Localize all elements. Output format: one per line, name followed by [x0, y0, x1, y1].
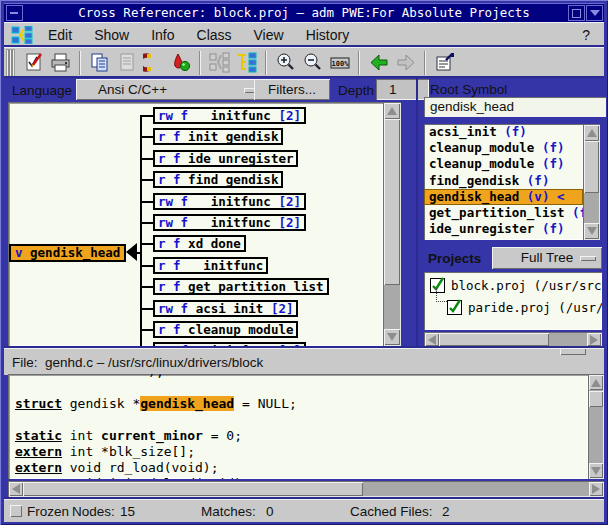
paint-drop-button[interactable]: [167, 50, 194, 76]
code-vscrollbar[interactable]: [588, 374, 604, 479]
zoom-out-button[interactable]: [299, 50, 326, 76]
graph-node[interactable]: r f xd_done: [153, 235, 246, 252]
shade-button[interactable]: [586, 5, 603, 21]
symbol-list-item[interactable]: get_partition_list (f): [424, 205, 583, 221]
projects-hscrollbar[interactable]: [424, 332, 602, 347]
project-checkbox[interactable]: [447, 300, 462, 315]
symbol-list-item[interactable]: ide_unregister (f): [424, 221, 583, 237]
projects-tree[interactable]: block.proj (/usr/src/linparide.proj (/us…: [424, 272, 602, 330]
scroll-up-button[interactable]: [589, 375, 603, 390]
frozen-toggle[interactable]: [10, 505, 22, 517]
graph-node[interactable]: r f ide_unregister: [153, 150, 298, 167]
graph-node[interactable]: r f cleanup_module: [153, 321, 298, 338]
symbol-list-item[interactable]: cleanup_module (f): [424, 140, 583, 156]
menu-item-edit[interactable]: Edit: [37, 27, 83, 43]
code-keyword: extern: [15, 476, 62, 479]
menu-item-view[interactable]: View: [243, 27, 295, 43]
symbol-kind: (f): [534, 221, 564, 236]
scroll-down-button[interactable]: [589, 463, 603, 478]
symbol-list-item[interactable]: cleanup_module (f): [424, 156, 583, 172]
symbol-name: cleanup_module: [429, 140, 534, 155]
scroll-up-button[interactable]: [384, 103, 400, 119]
print-button[interactable]: [47, 50, 74, 76]
scroll-left-button[interactable]: [425, 333, 439, 346]
graph-node[interactable]: rw f __initfunc [2]: [153, 193, 306, 210]
project-tree-row[interactable]: block.proj (/usr/src/lin: [430, 276, 602, 294]
scroll-right-button[interactable]: [587, 333, 601, 346]
graph-vscrollbar[interactable]: [383, 102, 401, 346]
node-symbol-name: ide_unregister: [188, 151, 293, 166]
code-text: void initrd_load(void);: [62, 476, 250, 479]
code-keyword: struct: [15, 396, 62, 411]
edit-check-button[interactable]: [20, 50, 47, 76]
menu-item-show[interactable]: Show: [83, 27, 140, 43]
menu-item-info[interactable]: Info: [140, 27, 185, 43]
scrollbar-thumb[interactable]: [589, 391, 603, 407]
root-symbol-label: Root Symbol: [430, 82, 507, 97]
language-dropdown[interactable]: Ansi C/C++: [76, 79, 270, 100]
symbol-name: find_gendisk: [429, 173, 519, 188]
scroll-down-button[interactable]: [584, 223, 599, 239]
graph-node[interactable]: r f find_gendisk: [153, 171, 283, 188]
zoom-100-button[interactable]: 100%: [326, 50, 353, 76]
magnet-button[interactable]: [140, 50, 167, 76]
toolbar-grip[interactable]: [6, 49, 15, 77]
projects-mode-value: Full Tree: [521, 250, 574, 265]
graph-node[interactable]: r f get_partition_list: [153, 278, 329, 295]
filters-button[interactable]: Filters...: [254, 79, 330, 100]
scroll-right-button[interactable]: [589, 482, 603, 496]
symbol-list-vscrollbar[interactable]: [583, 124, 600, 240]
project-tree-row[interactable]: paride.proj (/usr/src: [447, 298, 602, 316]
symbol-list-item[interactable]: gendisk_head (v) <: [424, 189, 583, 205]
scrollbar-thumb[interactable]: [23, 482, 363, 496]
document-disabled-icon: [116, 52, 138, 74]
node-access-prefix: r f: [158, 322, 188, 337]
scroll-down-button[interactable]: [384, 329, 400, 345]
root-graph-node[interactable]: v gendisk_head: [9, 244, 126, 262]
forward-disabled-button: [392, 50, 419, 76]
code-text: = 0;: [203, 428, 242, 443]
graph-node[interactable]: rw f __initfunc [2]: [153, 214, 306, 231]
title-bar[interactable]: Cross Referencer: block.proj – adm PWE:F…: [4, 3, 604, 23]
properties-button[interactable]: [431, 50, 458, 76]
projects-mode-dropdown[interactable]: Full Tree: [492, 247, 602, 269]
node-access-prefix: rw f: [158, 194, 196, 209]
arrow-down-icon: [387, 333, 397, 341]
maximize-button[interactable]: [568, 5, 585, 21]
code-line: [15, 380, 588, 396]
root-symbol-input[interactable]: gendisk_head: [424, 97, 606, 117]
symbol-list-item[interactable]: find_gendisk (f): [424, 173, 583, 189]
code-line: extern int *blk_size[];: [15, 444, 588, 460]
node-symbol-name: acsi_init: [196, 301, 264, 316]
arrow-right-icon: [590, 335, 598, 345]
graph-node[interactable]: r f __initfunc: [153, 257, 268, 274]
source-code-view[interactable]: );struct gendisk *gendisk_head = NULL;st…: [8, 374, 588, 479]
graph-node[interactable]: r f init_gendisk: [153, 128, 283, 145]
scroll-left-button[interactable]: [9, 482, 23, 496]
depth-input[interactable]: 1: [376, 79, 429, 100]
graph-node[interactable]: rw f __initfunc [2]: [153, 107, 306, 124]
scrollbar-thumb[interactable]: [384, 119, 400, 285]
toolbar-separator: [424, 51, 426, 75]
magnet-icon: [143, 52, 165, 74]
code-text: gendisk *: [62, 396, 140, 411]
menu-item-history[interactable]: History: [295, 27, 361, 43]
graph-connector: [140, 136, 153, 138]
unfold-tree-button[interactable]: [233, 50, 260, 76]
call-graph-canvas[interactable]: rw f __initfunc [2]r f init_gendiskr f i…: [8, 102, 383, 346]
divider: [416, 78, 418, 346]
scroll-up-button[interactable]: [584, 125, 599, 141]
scrollbar-thumb[interactable]: [439, 333, 549, 346]
menu-item-class[interactable]: Class: [186, 27, 243, 43]
help-menu[interactable]: ?: [582, 27, 590, 43]
code-hscrollbar[interactable]: [8, 481, 604, 497]
back-button[interactable]: [365, 50, 392, 76]
scrollbar-thumb[interactable]: [584, 141, 599, 193]
symbol-list-item[interactable]: acsi_init (f): [424, 124, 583, 140]
copy-button[interactable]: [86, 50, 113, 76]
symbol-list[interactable]: acsi_init (f)cleanup_module (f)cleanup_m…: [424, 124, 583, 240]
cached-files-value: 2: [442, 504, 450, 519]
pane-resize-handle[interactable]: [560, 348, 586, 355]
zoom-in-button[interactable]: [272, 50, 299, 76]
graph-node[interactable]: rw f acsi_init [2]: [153, 300, 298, 317]
